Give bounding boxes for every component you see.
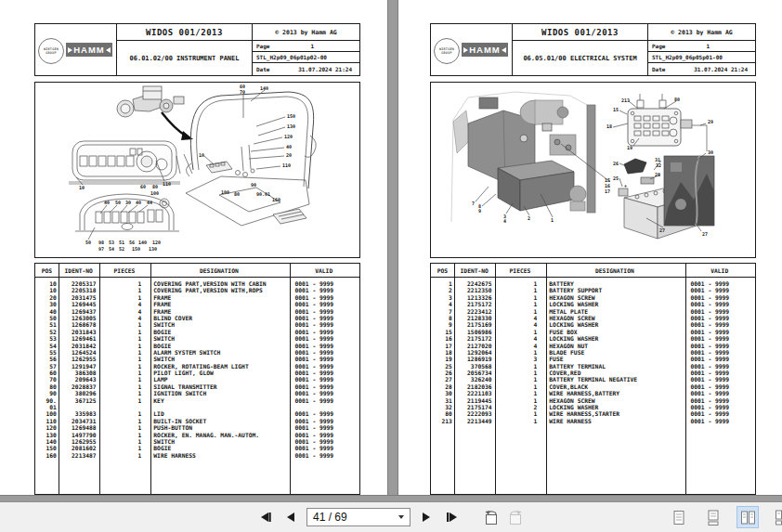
table-cell: FUSE	[545, 356, 684, 362]
table-cell: 0001 - 9999	[288, 438, 359, 445]
table-cell: WIRE HARNESS	[150, 452, 288, 459]
copyright: © 2013 by Hamm AG	[648, 24, 755, 41]
table-cell: 0001 - 9999	[288, 445, 359, 451]
table-cell: 2028837	[59, 383, 99, 390]
table-cell: 367125	[59, 397, 99, 404]
table-body: 122426751BATTERY0001 - 9999222123501BATT…	[431, 280, 755, 424]
table-cell: 1269437	[59, 308, 99, 315]
table-cell: 1	[495, 294, 546, 301]
previous-view-icon	[482, 510, 500, 526]
table-cell: 0001 - 9999	[684, 301, 755, 307]
continuous-view-button[interactable]	[702, 506, 724, 528]
table-cell: HEXAGON NUT	[545, 343, 684, 349]
table-cell: 4	[495, 343, 546, 349]
table-cell: 4	[99, 315, 150, 321]
table-row: 421751721LOCKING WASHER0001 - 9999	[431, 301, 755, 307]
table-cell: 10	[35, 280, 59, 287]
last-page-button[interactable]	[442, 507, 461, 527]
diagram-callout: 4	[503, 219, 506, 224]
page-navigation: 41 / 69	[256, 507, 525, 527]
col-pos: POS	[35, 267, 59, 274]
table-row: 21322134491WIRE HARNESS0001 - 9999	[431, 418, 755, 424]
table-cell: SWITCH	[150, 438, 288, 445]
diagram-callout: 51	[119, 240, 124, 245]
table-cell: 1	[99, 397, 150, 404]
diagram-callout: 50	[115, 201, 121, 205]
table-cell: 2222093	[454, 410, 495, 417]
table-cell: 40	[35, 308, 59, 315]
two-page-view-button[interactable]	[736, 506, 759, 528]
table-cell: 10	[35, 287, 59, 293]
diagram-callout: 44	[147, 201, 152, 205]
table-cell: 0001 - 9999	[684, 315, 755, 321]
previous-page-icon	[285, 512, 296, 523]
table-cell: 1	[495, 397, 546, 404]
table-row: 702096431LAMP0001 - 9999	[35, 376, 359, 383]
diagram-callout: 150	[287, 114, 295, 119]
table-cell: 0001 - 9999	[684, 363, 755, 370]
table-cell: FRAME	[150, 294, 288, 301]
table-cell: LOCKING WASHER	[545, 404, 684, 410]
next-page-button[interactable]	[417, 507, 436, 527]
diagram-callout: 50	[85, 240, 91, 245]
table-cell: COVERING PART,VERSION WITH CABIN	[150, 280, 288, 287]
table-cell: 1	[495, 376, 546, 383]
table-cell: KEY	[150, 397, 288, 404]
diagram-callout: 53	[109, 240, 114, 245]
diagram-callout: 70	[240, 90, 245, 95]
two-page-continuous-view-button[interactable]	[771, 506, 782, 528]
page-number-combobox[interactable]: 41 / 69	[306, 508, 411, 526]
diagram-callout: 30	[125, 201, 131, 205]
table-row: 921751694LOCKING WASHER0001 - 9999	[431, 321, 755, 328]
diagram-callout: 100	[150, 191, 159, 196]
table-cell: 80	[35, 383, 59, 390]
table-cell: 16	[431, 335, 454, 342]
table-cell: BATTERY SUPPORT	[545, 287, 684, 293]
table-cell: BLADE FUSE	[545, 349, 684, 356]
diagram-callout: 10	[199, 153, 204, 158]
table-cell: 2119445	[454, 397, 495, 404]
first-page-button[interactable]	[256, 507, 275, 527]
table-cell: 2221103	[454, 390, 495, 396]
page-indicator: 41 / 69	[313, 511, 347, 524]
table-cell: 2212350	[454, 287, 495, 293]
table-cell: LID	[150, 410, 288, 417]
pdf-page-left[interactable]: WIRTGENGROUP HAMM WIDOS 001/2013 06.01.0…	[0, 0, 387, 495]
previous-page-button[interactable]	[281, 507, 300, 527]
table-cell: HEXAGON SCREW	[545, 397, 684, 404]
table-cell: 1	[495, 329, 546, 335]
table-row: 01	[35, 404, 359, 410]
viewer-toolbar: 41 / 69	[0, 501, 782, 532]
wirtgen-group-logo: WIRTGENGROUP	[38, 38, 64, 64]
next-view-button[interactable]	[506, 507, 525, 527]
table-cell: 60	[35, 370, 59, 376]
table-cell: 0001 - 9999	[684, 349, 755, 356]
table-cell: 55	[35, 349, 59, 356]
first-page-icon	[259, 512, 273, 523]
table-cell: 1	[99, 432, 150, 438]
diagram-callout: 60	[140, 185, 146, 189]
previous-view-button[interactable]	[481, 507, 500, 527]
table-cell: LOCKING WASHER	[545, 301, 684, 307]
table-cell: 0001 - 9999	[684, 390, 755, 396]
table-cell: 90.	[35, 397, 59, 404]
table-cell: 0001 - 9999	[684, 287, 755, 293]
diagram-callout: 27	[702, 232, 708, 237]
pdf-page-right[interactable]: WIRTGENGROUP HAMM WIDOS 001/2013 06.05.0…	[398, 0, 782, 495]
header-meta: © 2013 by Hamm AG Page 1 STL_H2p09_06p05…	[648, 24, 755, 75]
single-page-view-button[interactable]	[668, 506, 690, 528]
table-cell: 8	[431, 315, 454, 321]
table-cell: 2056734	[454, 370, 495, 376]
table-cell	[150, 404, 288, 410]
table-cell: 19	[431, 356, 454, 362]
table-cell: 1	[99, 356, 150, 362]
diagram-callout: 213	[621, 98, 630, 103]
table-cell: 4	[99, 308, 150, 315]
table-cell: 32	[431, 404, 454, 410]
table-cell: 1	[99, 390, 150, 396]
table-row: 222123501BATTERY SUPPORT0001 - 9999	[431, 287, 755, 293]
table-cell: PILOT LIGHT, GLOW	[150, 370, 288, 376]
table-row: 722234121METAL PLATE0001 - 9999	[431, 308, 755, 315]
table-cell: ALARM SYSTEM SWITCH	[150, 349, 288, 356]
table-cell: 0001 - 9999	[288, 287, 359, 293]
